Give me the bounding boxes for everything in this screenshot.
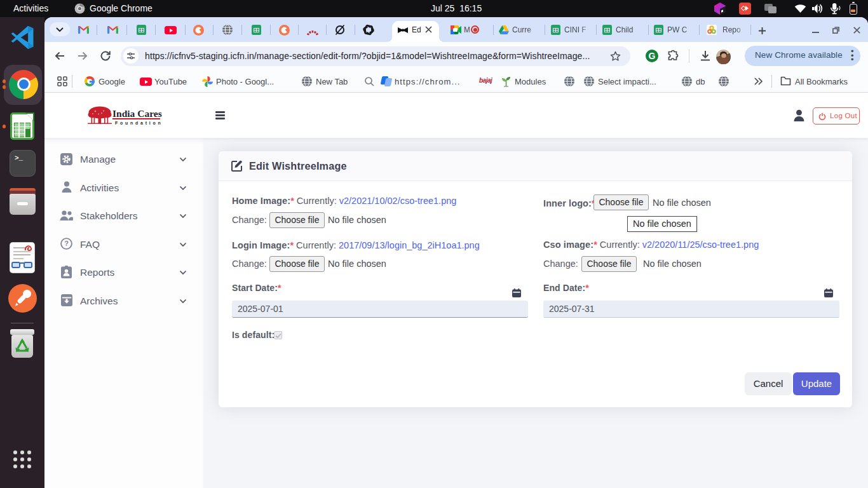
- svg-text:?: ?: [64, 240, 69, 247]
